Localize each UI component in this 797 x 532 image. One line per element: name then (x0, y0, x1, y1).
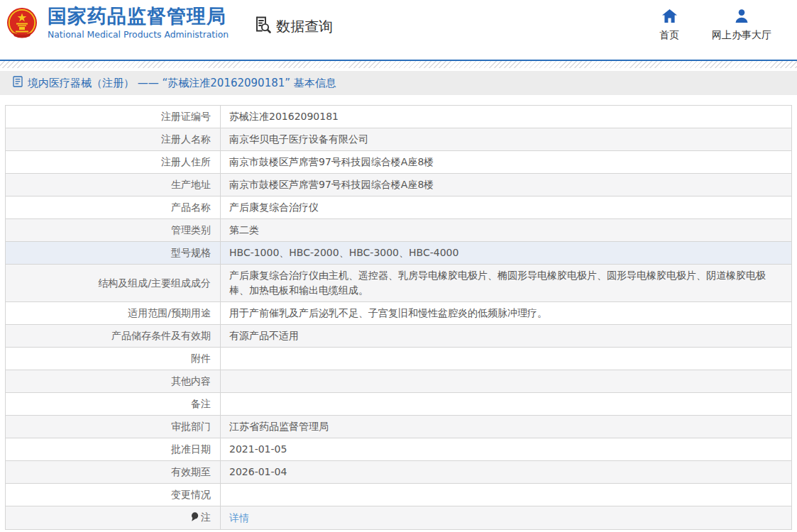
site-subtitle: National Medical Products Administration (48, 29, 229, 40)
row-label: 适用范围/预期用途 (6, 302, 221, 325)
row-label: 备注 (6, 393, 221, 416)
row-value: 南京市鼓楼区芦席营97号科技园综合楼A座8楼 (221, 151, 792, 174)
hatch-stripe-band (0, 61, 797, 68)
table-row: 审批部门 江苏省药品监督管理局 (6, 416, 792, 438)
row-label: 注 (6, 506, 221, 530)
row-value (221, 348, 792, 370)
nav-service-hall[interactable]: 网上办事大厅 (712, 9, 771, 42)
row-label: 变更情况 (6, 484, 221, 506)
nmpa-logo[interactable]: 国家药品监督管理局 National Medical Products Admi… (6, 6, 229, 40)
table-row: 适用范围/预期用途 用于产前催乳及产后泌乳不足、子宫复旧和慢性盆腔炎的低频脉冲理… (6, 302, 792, 325)
table-row: 批准日期 2021-01-05 (6, 438, 792, 461)
row-value: 有源产品不适用 (221, 325, 792, 348)
row-label: 产品名称 (6, 196, 221, 219)
row-label: 管理类别 (6, 219, 221, 242)
document-icon (13, 76, 23, 90)
doc-search-icon (253, 15, 272, 38)
row-label: 批准日期 (6, 438, 221, 461)
row-label: 有效期至 (6, 461, 221, 484)
table-row: 产品储存条件及有效期 有源产品不适用 (6, 325, 792, 348)
row-label: 注册证编号 (6, 106, 221, 128)
breadcrumb: 境内医疗器械（注册） —— “苏械注准20162090181” 基本信息 (0, 71, 797, 95)
note-balloon-icon (191, 511, 199, 526)
data-query-section[interactable]: 数据查询 (253, 15, 333, 38)
top-nav: 首页 网上办事大厅 (659, 9, 776, 42)
row-label: 审批部门 (6, 416, 221, 438)
row-value: 苏械注准20162090181 (221, 106, 792, 128)
table-row: 结构及组成/主要组成成分 产后康复综合治疗仪由主机、遥控器、乳房导电橡胶电极片、… (6, 265, 792, 302)
table-row: 其他内容 (6, 370, 792, 393)
site-title: 国家药品监督管理局 (48, 6, 229, 27)
table-row: 变更情况 (6, 484, 792, 506)
row-value: HBC-1000、HBC-2000、HBC-3000、HBC-4000 (221, 242, 792, 265)
row-value: 南京华贝电子医疗设备有限公司 (221, 128, 792, 151)
table-row: 注册人名称 南京华贝电子医疗设备有限公司 (6, 128, 792, 151)
info-table-body: 注册证编号 苏械注准20162090181 注册人名称 南京华贝电子医疗设备有限… (6, 106, 792, 530)
person-icon (735, 9, 749, 25)
table-row: 产品名称 产后康复综合治疗仪 (6, 196, 792, 219)
table-row: 附件 (6, 348, 792, 370)
row-label: 其他内容 (6, 370, 221, 393)
row-value: 2026-01-04 (221, 461, 792, 484)
nav-home[interactable]: 首页 (659, 9, 679, 42)
table-row: 生产地址 南京市鼓楼区芦席营97号科技园综合楼A座8楼 (6, 174, 792, 196)
row-label: 结构及组成/主要组成成分 (6, 265, 221, 302)
table-row: 有效期至 2026-01-04 (6, 461, 792, 484)
table-row: 注册人住所 南京市鼓楼区芦席营97号科技园综合楼A座8楼 (6, 151, 792, 174)
row-label: 附件 (6, 348, 221, 370)
home-icon (662, 9, 677, 25)
row-label: 产品储存条件及有效期 (6, 325, 221, 348)
table-row: 注 详情 (6, 506, 792, 530)
site-header: 国家药品监督管理局 National Medical Products Admi… (0, 0, 797, 60)
info-table: 注册证编号 苏械注准20162090181 注册人名称 南京华贝电子医疗设备有限… (5, 105, 792, 530)
row-label: 注册人名称 (6, 128, 221, 151)
row-label: 生产地址 (6, 174, 221, 196)
row-value: 用于产前催乳及产后泌乳不足、子宫复旧和慢性盆腔炎的低频脉冲理疗。 (221, 302, 792, 325)
row-value (221, 393, 792, 416)
row-value (221, 484, 792, 506)
row-value: 南京市鼓楼区芦席营97号科技园综合楼A座8楼 (221, 174, 792, 196)
table-row: 注册证编号 苏械注准20162090181 (6, 106, 792, 128)
table-row: 管理类别 第二类 (6, 219, 792, 242)
row-label: 型号规格 (6, 242, 221, 265)
nav-home-label: 首页 (659, 29, 679, 42)
details-link[interactable]: 详情 (229, 512, 249, 523)
row-value: 产后康复综合治疗仪 (221, 196, 792, 219)
row-value (221, 370, 792, 393)
row-label: 注册人住所 (6, 151, 221, 174)
row-value: 江苏省药品监督管理局 (221, 416, 792, 438)
page-title: 境内医疗器械（注册） —— “苏械注准20162090181” 基本信息 (28, 77, 336, 90)
nav-service-hall-label: 网上办事大厅 (712, 29, 771, 42)
row-value: 2021-01-05 (221, 438, 792, 461)
row-value: 第二类 (221, 219, 792, 242)
table-row: 型号规格 HBC-1000、HBC-2000、HBC-3000、HBC-4000 (6, 242, 792, 265)
row-value: 产后康复综合治疗仪由主机、遥控器、乳房导电橡胶电极片、椭圆形导电橡胶电极片、圆形… (221, 265, 792, 302)
table-row: 备注 (6, 393, 792, 416)
national-emblem-icon (6, 7, 38, 40)
row-value: 详情 (221, 506, 792, 530)
data-query-label: 数据查询 (276, 17, 333, 36)
